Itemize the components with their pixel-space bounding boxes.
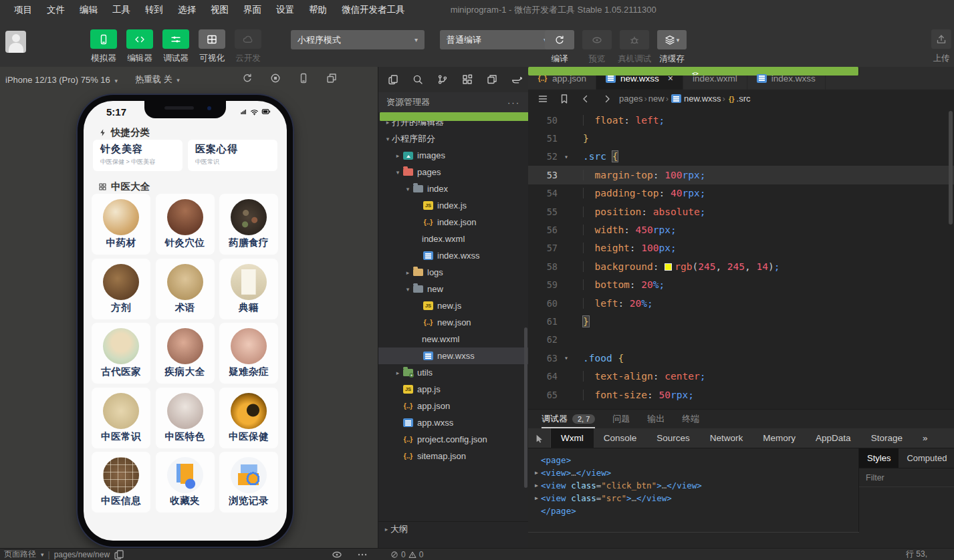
breadcrumb-item[interactable]: new.wxss — [684, 94, 721, 104]
page-path-selector[interactable]: 页面路径 ▾ — [4, 549, 44, 560]
upload-button[interactable]: 上传 — [930, 29, 953, 64]
problems-indicator[interactable]: 0 0 — [390, 549, 423, 560]
fold-chevron-icon[interactable]: ▾ — [558, 153, 575, 160]
stop-icon[interactable] — [270, 73, 281, 84]
code-editor[interactable]: 50 float: left;51}52▾.src {53 margin-top… — [528, 108, 954, 409]
breadcrumb-item[interactable]: new — [648, 94, 665, 104]
hot-reload-toggle[interactable]: 热重载 关 ▾ — [135, 74, 180, 86]
branch-icon[interactable] — [437, 74, 448, 85]
menubar-item[interactable]: 设置 — [269, 4, 302, 16]
rotate-icon[interactable] — [242, 73, 253, 84]
wxml-node[interactable]: ▶<view class="click_btn">…</view> — [532, 479, 858, 492]
debugger-tab-输出[interactable]: 输出 — [647, 410, 665, 428]
devtools-tab-Storage[interactable]: Storage — [861, 428, 913, 448]
device-frame-icon[interactable] — [298, 73, 309, 84]
tree-scrollbar[interactable] — [524, 327, 527, 488]
category-item[interactable]: 术语 — [156, 259, 215, 319]
expand-arrow-icon[interactable]: ▶ — [532, 495, 541, 501]
debugger-tab-终端[interactable]: 终端 — [682, 410, 699, 428]
blocks-icon[interactable] — [462, 74, 473, 85]
styles-tab-Computed[interactable]: Computed — [899, 448, 954, 468]
tree-item-app.json[interactable]: {..}app.json — [378, 398, 528, 414]
detach-window-icon[interactable] — [326, 73, 337, 84]
tree-item-new.json[interactable]: {..}new.json — [378, 314, 528, 331]
copy-icon[interactable] — [114, 549, 124, 560]
tree-item-images[interactable]: ▸images — [378, 147, 528, 164]
category-item[interactable]: 古代医家 — [92, 323, 150, 384]
category-item[interactable]: 典籍 — [219, 259, 278, 319]
menubar-item[interactable]: 视图 — [203, 4, 236, 16]
tree-item-index[interactable]: ▾index — [378, 180, 528, 197]
fold-chevron-icon[interactable]: ▾ — [558, 354, 575, 362]
device-selector[interactable]: iPhone 12/13 (Pro) 75% 16 ▾ — [5, 75, 118, 85]
menubar-item[interactable]: 选择 — [170, 4, 203, 16]
cursor-position[interactable]: 行 53, — [906, 549, 954, 560]
user-avatar[interactable] — [5, 31, 26, 53]
action-refresh-button[interactable]: 编译 — [545, 30, 574, 65]
more-actions-icon[interactable]: ··· — [507, 98, 520, 108]
whale-icon[interactable] — [511, 74, 522, 85]
code-line[interactable]: 57 height: 100px; — [528, 239, 954, 257]
menubar-item[interactable]: 帮助 — [302, 4, 334, 16]
code-line[interactable]: 62 — [528, 331, 954, 349]
menubar-item[interactable]: 界面 — [236, 4, 269, 16]
code-line[interactable]: 63▾.food { — [528, 349, 954, 367]
code-line[interactable]: 53 margin-top: 100rpx; — [528, 166, 954, 184]
inspect-element-icon[interactable] — [528, 428, 551, 448]
outline-section[interactable]: ▸ 大纲 — [378, 521, 528, 536]
wxml-node[interactable]: ▶<view class="src">…</view> — [532, 492, 858, 505]
expand-arrow-icon[interactable]: ▶ — [532, 482, 541, 488]
list-icon[interactable] — [538, 94, 548, 104]
expand-arrow-icon[interactable]: ▶ — [532, 470, 541, 476]
breadcrumb-item[interactable]: pages — [619, 94, 642, 104]
wxml-node[interactable]: <page> — [532, 454, 858, 466]
compile-select-dropdown[interactable]: 普通编译 ▾ — [440, 30, 554, 49]
category-item[interactable]: 中药材 — [92, 194, 150, 255]
code-line[interactable]: 54 padding-top: 40rpx; — [528, 184, 954, 202]
devtools-tab-Console[interactable]: Console — [594, 428, 647, 448]
tree-item-pages[interactable]: ▾pages — [378, 164, 528, 180]
menubar-item[interactable]: 项目 — [7, 4, 39, 16]
color-swatch[interactable] — [665, 263, 672, 271]
category-item[interactable]: 收藏夹 — [156, 452, 215, 513]
code-line[interactable]: 56 width: 450rpx; — [528, 221, 954, 239]
category-item[interactable]: 疾病大全 — [156, 323, 215, 384]
devtools-tab-Wxml[interactable]: Wxml — [551, 428, 594, 448]
search-icon[interactable] — [412, 74, 423, 85]
toolbar-button-sliders[interactable]: 调试器 — [162, 29, 189, 64]
debugger-tab-问题[interactable]: 问题 — [612, 410, 630, 428]
category-item[interactable]: 浏览记录 — [219, 452, 278, 513]
code-line[interactable]: 52▾.src { — [528, 148, 954, 166]
tree-item-utils[interactable]: ▸utils — [378, 364, 528, 381]
code-line[interactable]: 64 text-align: center; — [528, 367, 954, 385]
tree-item-new.js[interactable]: JSnew.js — [378, 297, 528, 314]
action-bug-button[interactable]: 真机调试 — [620, 30, 649, 65]
quick-card[interactable]: 针灸美容中医保健 > 中医美容 — [93, 140, 183, 171]
tree-item-new.wxml[interactable]: <>new.wxml — [378, 331, 528, 347]
devtools-tab-AppData[interactable]: AppData — [806, 428, 861, 448]
files-icon[interactable] — [388, 74, 398, 85]
tree-item-app.js[interactable]: JSapp.js — [378, 381, 528, 398]
code-line[interactable]: 51} — [528, 129, 954, 147]
quick-card[interactable]: 医案心得中医常识 — [188, 140, 277, 171]
editor-scrollbar[interactable] — [949, 111, 953, 225]
visibility-icon[interactable] — [332, 549, 342, 560]
toolbar-button-phone[interactable]: 模拟器 — [90, 29, 117, 64]
category-item[interactable]: 针灸穴位 — [156, 194, 215, 255]
code-line[interactable]: 60 left: 20%; — [528, 294, 954, 312]
mode-select-dropdown[interactable]: 小程序模式 ▾ — [291, 30, 425, 49]
code-line[interactable]: 50 float: left; — [528, 111, 954, 129]
category-item[interactable]: 疑难杂症 — [219, 323, 278, 384]
back-arrow-icon[interactable] — [580, 94, 591, 104]
tree-item-logs[interactable]: ▸logs — [378, 264, 528, 281]
window-icon[interactable] — [487, 74, 497, 85]
more-icon[interactable] — [357, 549, 368, 560]
breadcrumb-item[interactable]: .src — [737, 94, 751, 104]
code-line[interactable]: 61} — [528, 312, 954, 330]
bookmark-icon[interactable] — [559, 94, 570, 104]
devtools-tab-Sources[interactable]: Sources — [646, 428, 700, 448]
tree-item-sitemap.json[interactable]: {..}sitemap.json — [378, 448, 528, 464]
category-item[interactable]: 中医常识 — [92, 388, 150, 448]
tree-item-app.wxss[interactable]: app.wxss — [378, 414, 528, 431]
category-item[interactable]: 中医保健 — [219, 388, 278, 448]
